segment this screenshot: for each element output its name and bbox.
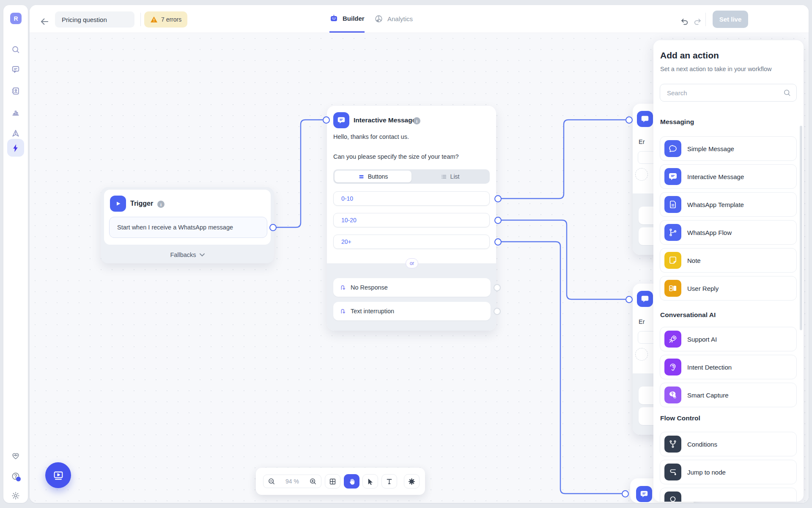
chat-outline-icon xyxy=(664,140,681,157)
list-mode-label: List xyxy=(450,173,460,180)
contacts-icon[interactable] xyxy=(11,86,21,96)
action-item-note[interactable]: Note xyxy=(660,248,797,273)
info-icon[interactable]: i xyxy=(413,117,420,124)
interactive-node-title: Interactive Message xyxy=(354,116,416,124)
analytics-pie-icon xyxy=(374,14,383,23)
action-search-input[interactable] xyxy=(660,84,796,101)
note-icon xyxy=(664,252,681,269)
fallback-section xyxy=(327,263,496,331)
input-port-node-1[interactable] xyxy=(625,116,633,124)
action-item-partial[interactable] xyxy=(660,488,797,502)
tab-builder-label: Builder xyxy=(343,15,365,22)
undo-icon[interactable] xyxy=(680,17,689,26)
errors-badge[interactable]: 7 errors xyxy=(144,11,187,28)
add-action-panel: Add an action Set a next action to take … xyxy=(653,40,804,502)
divider xyxy=(140,13,141,26)
buttons-mode-icon xyxy=(358,174,365,180)
help-notification-dot xyxy=(16,477,21,481)
section-flow-control: Flow Control xyxy=(660,414,700,422)
message-text-2: Can you please specify the size of your … xyxy=(333,153,490,160)
action-item-support-ai[interactable]: Support AI xyxy=(660,327,797,351)
redo-icon[interactable] xyxy=(693,17,702,26)
text-tool-icon xyxy=(385,478,393,486)
message-text-1: Hello, thanks for contact us. xyxy=(333,133,490,140)
trigger-node[interactable]: Trigger i Start when I receive a WhatsAp… xyxy=(101,187,274,263)
fallbacks-toggle[interactable]: Fallbacks xyxy=(101,246,274,263)
canvas-settings-button[interactable] xyxy=(404,474,420,489)
input-port-node-2[interactable] xyxy=(625,296,633,303)
action-item-interactive-message[interactable]: Interactive Message xyxy=(660,164,797,189)
chat-filled-icon xyxy=(636,486,652,502)
output-port-text-interruption[interactable] xyxy=(494,308,501,315)
action-item-whatsapp-flow[interactable]: WhatsApp Flow xyxy=(660,220,797,245)
action-search xyxy=(660,84,797,102)
action-item-conditions[interactable]: Conditions xyxy=(660,432,797,456)
grid-snap-button[interactable] xyxy=(325,474,340,489)
dashed-add-placeholder[interactable] xyxy=(635,168,648,181)
interactive-message-node[interactable]: Interactive Message i Hello, thanks for … xyxy=(327,106,496,331)
input-port-interactive[interactable] xyxy=(323,116,330,124)
reply-mode-switch: Buttons List xyxy=(333,169,490,184)
zoom-level-value[interactable]: 94 % xyxy=(285,478,299,485)
set-live-button[interactable]: Set live xyxy=(713,11,748,28)
inbox-chat-icon[interactable] xyxy=(11,64,21,75)
pan-tool-button[interactable] xyxy=(344,474,359,489)
info-icon[interactable]: i xyxy=(157,201,165,208)
warning-triangle-icon xyxy=(150,16,158,23)
flow-name-field[interactable]: Pricing question xyxy=(55,11,134,28)
automations-bolt-icon[interactable] xyxy=(11,143,21,153)
action-item-user-reply[interactable]: User Reply xyxy=(660,276,797,301)
output-port-10-20[interactable] xyxy=(494,217,502,224)
errors-count-label: 7 errors xyxy=(161,16,181,23)
dashed-add-placeholder[interactable] xyxy=(635,348,648,361)
output-port-trigger[interactable] xyxy=(269,224,277,231)
output-port-20plus[interactable] xyxy=(494,238,502,246)
action-item-simple-message[interactable]: Simple Message xyxy=(660,136,797,161)
demo-video-button[interactable] xyxy=(45,462,71,488)
panel-scrollbar[interactable] xyxy=(800,126,802,330)
campaigns-send-icon[interactable] xyxy=(11,128,21,138)
no-response-row[interactable]: No Response xyxy=(333,278,491,297)
left-nav-rail: R xyxy=(3,5,28,503)
top-bar: Pricing question 7 errors Builder Analyt… xyxy=(30,5,809,33)
reply-button-20plus[interactable]: 20+ xyxy=(333,235,490,249)
back-arrow-icon[interactable] xyxy=(39,16,50,27)
search-icon[interactable] xyxy=(11,44,21,55)
settings-gear-icon[interactable] xyxy=(11,491,21,501)
bubble-question-icon xyxy=(664,387,681,403)
reply-button-10-20[interactable]: 10-20 xyxy=(333,213,490,227)
health-status-icon[interactable] xyxy=(11,451,21,461)
action-item-intent-detection[interactable]: Intent Detection xyxy=(660,355,797,379)
output-port-0-10[interactable] xyxy=(494,195,502,202)
app-logo[interactable]: R xyxy=(10,13,22,24)
uturn-down-icon xyxy=(339,284,346,291)
tab-builder[interactable]: Builder xyxy=(329,5,365,33)
list-mode-icon xyxy=(441,174,447,180)
reply-button-0-10[interactable]: 0-10 xyxy=(333,191,490,206)
text-tool-button[interactable] xyxy=(381,474,397,489)
play-icon xyxy=(110,196,126,212)
output-port-no-response[interactable] xyxy=(494,284,501,291)
action-item-whatsapp-template[interactable]: WhatsApp Template xyxy=(660,192,797,217)
action-item-jump-to-node[interactable]: Jump to node xyxy=(660,460,797,484)
text-interruption-row[interactable]: Text interruption xyxy=(333,302,491,320)
workflow-builder-app: R xyxy=(0,0,812,508)
select-tool-button[interactable] xyxy=(362,474,378,489)
builder-bot-icon xyxy=(329,14,338,23)
chat-filled-icon xyxy=(333,112,349,128)
trigger-node-title: Trigger xyxy=(130,200,153,207)
trigger-condition[interactable]: Start when I receive a WhatsApp message xyxy=(109,217,267,238)
analytics-bars-icon[interactable] xyxy=(11,107,21,117)
uturn-down-icon xyxy=(339,308,346,315)
canvas-toolbar: 94 % xyxy=(256,468,425,495)
tab-analytics[interactable]: Analytics xyxy=(374,5,413,33)
or-divider: or xyxy=(406,258,418,268)
input-port-node-3[interactable] xyxy=(622,490,629,497)
action-item-label: User Reply xyxy=(687,285,719,292)
trigger-node-body: Trigger i Start when I receive a WhatsAp… xyxy=(104,190,271,245)
zoom-out-icon[interactable] xyxy=(267,477,276,486)
zoom-in-icon[interactable] xyxy=(309,477,317,486)
action-item-smart-capture[interactable]: Smart Capture xyxy=(660,383,797,407)
tab-buttons-mode[interactable]: Buttons xyxy=(335,171,411,182)
tab-list-mode[interactable]: List xyxy=(411,171,488,182)
